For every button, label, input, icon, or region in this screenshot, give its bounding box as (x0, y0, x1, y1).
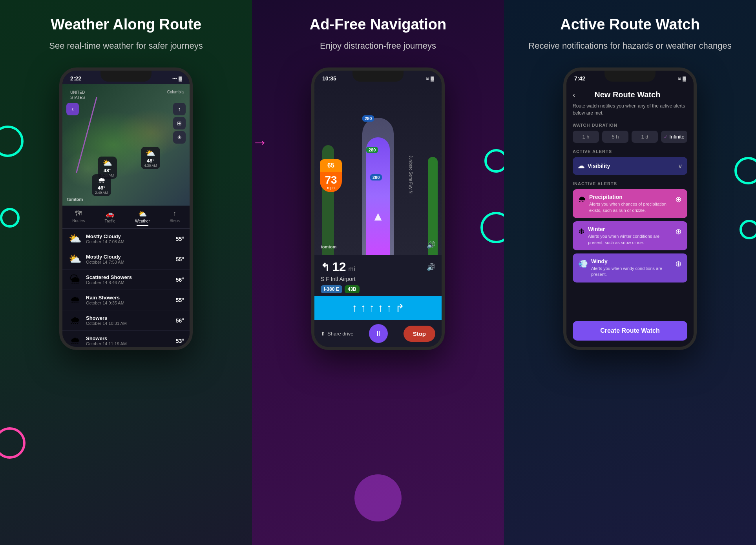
navigation-arrow: ▲ (372, 209, 384, 224)
weather-item-3[interactable]: 🌧 Rain Showers October 14 9:35 AM 55° (62, 290, 190, 310)
weather-item-info-1: Mostly Cloudy October 14 7:53 AM (86, 254, 172, 264)
weather-item-1[interactable]: ⛅ Mostly Cloudy October 14 7:53 AM 55° (62, 249, 190, 270)
deco-arrow-left: → (252, 133, 268, 151)
battery-icon-3: ▓ (683, 76, 686, 81)
inactive-alerts-label: INACTIVE ALERTS (573, 181, 687, 186)
map-city-label: Columbia (167, 90, 184, 94)
weather-item-info-3: Rain Showers October 14 9:35 AM (86, 295, 172, 305)
map-overlay (62, 84, 190, 206)
map-weather: ‹ UNITED STATES Columbia ↑ ⊞ ☀ ⛅ 48° 3:3… (62, 84, 190, 206)
deco-blob (354, 474, 402, 521)
deco-circle-2 (0, 208, 20, 228)
weather-item-4[interactable]: 🌧 Showers October 14 10:31 AM 56° (62, 310, 190, 331)
nav-distance-main: ↰ 12 mi (321, 260, 355, 274)
tab-traffic[interactable]: 🚗 Traffic (104, 210, 115, 226)
panel-left-subtitle: See real-time weather for safer journeys (49, 40, 203, 52)
wifi-icon-1: ▪▪▪ (172, 76, 177, 81)
deco-circle-7 (740, 220, 756, 239)
weather-item-info-0: Mostly Cloudy October 14 7:08 AM (86, 233, 172, 244)
active-alerts-label: ACTIVE ALERTS (573, 149, 687, 154)
phone-route-watch: 7:42 ↑ ≋ ▓ ‹ New Route Watch Route watch… (563, 67, 697, 350)
duration-infinite[interactable]: ✓ Infinite (661, 131, 687, 143)
tab-routes[interactable]: 🗺 Routes (72, 210, 85, 226)
nav-info-bar: ↰ 12 mi 🔊 S F Intl Airport I-380 E 43B (314, 255, 442, 296)
weather-icon-showers-1: 🌧 (68, 314, 82, 326)
inactive-alert-precipitation[interactable]: 🌧 Precipitation Alerts you when chances … (573, 189, 687, 218)
deco-circle-1 (0, 126, 24, 157)
nav-destination: S F Intl Airport (321, 276, 435, 282)
add-windy-button[interactable]: ⊕ (675, 259, 682, 268)
weather-item-info-2: Scattered Showers October 14 8:46 AM (86, 274, 172, 285)
panel-center-title: Ad-Free Navigation (310, 16, 446, 34)
weather-pin-2: ⛅ 48° 4:30 AM (141, 147, 160, 169)
nav-bottom-controls: ⬆ Share drive ⏸ Stop (314, 320, 442, 347)
status-time-2: 10:35 (322, 75, 336, 82)
sound-toggle[interactable]: 🔊 (427, 263, 435, 272)
route-watch-description: Route watch notifies you when any of the… (573, 102, 687, 117)
map-layers-btn[interactable]: ⊞ (173, 117, 186, 129)
weather-item-0[interactable]: ⛅ Mostly Cloudy October 14 7:08 AM 55° (62, 229, 190, 249)
route-watch-back-button[interactable]: ‹ (573, 90, 575, 99)
stop-navigation-button[interactable]: Stop (404, 326, 435, 342)
highway-shield-280-3: 280 (370, 174, 382, 180)
checkmark-icon: ✓ (664, 134, 668, 140)
create-route-watch-button[interactable]: Create Route Watch (573, 321, 687, 341)
weather-item-5[interactable]: 🌧 Showers October 14 11:19 AM 53° (62, 331, 190, 347)
panel-right-subtitle: Receive notifications for hazards or wea… (528, 40, 731, 52)
tab-weather[interactable]: ⛅ Weather (135, 210, 150, 226)
add-winter-button[interactable]: ⊕ (675, 227, 682, 236)
speed-limit: 65 (320, 159, 342, 172)
highway-badges: I-380 E 43B (321, 285, 435, 293)
phone-notch-1 (100, 71, 152, 82)
panel-navigation: Ad-Free Navigation Enjoy distraction-fre… (252, 0, 504, 545)
windy-icon: 💨 (578, 259, 588, 268)
share-icon: ⬆ (321, 331, 325, 337)
phone-navigation: 10:35 ↑ ≋ ▓ 280 280 (311, 67, 445, 350)
pause-icon: ⏸ (375, 330, 382, 338)
precipitation-icon: 🌧 (578, 195, 586, 204)
deco-circle-3 (0, 427, 26, 459)
weather-item-2[interactable]: 🌦 Scattered Showers October 14 8:46 AM 5… (62, 270, 190, 290)
weather-icon-mostly-cloudy-1: ⛅ (68, 233, 82, 245)
phone-notch-3 (604, 71, 656, 82)
wifi-icon-2: ≋ (425, 76, 429, 81)
winter-info: Winter Alerts you when winter conditions… (588, 226, 672, 246)
status-time-1: 2:22 (70, 75, 81, 82)
pause-navigation-button[interactable]: ⏸ (369, 324, 388, 343)
map-direction-btn[interactable]: ↑ (173, 103, 186, 115)
highway-shield-280-2: 280 (366, 147, 378, 153)
weather-icon-scattered: 🌦 (68, 273, 82, 286)
windy-info: Windy Alerts you when windy conditions a… (591, 258, 672, 278)
add-precipitation-button[interactable]: ⊕ (675, 195, 682, 204)
watch-duration-label: WATCH DURATION (573, 123, 687, 128)
weather-icon-showers-2: 🌧 (68, 335, 82, 347)
active-alert-visibility[interactable]: ☁ Visibility ∨ (573, 157, 687, 175)
phone-weather: 2:22 ↑ ▪▪▪ ▓ ‹ UNITED STATES Columbia ↑ … (59, 67, 193, 350)
weather-icon-rain-1: 🌧 (68, 294, 82, 306)
highway-badge-380: I-380 E (321, 285, 342, 293)
map-settings-btn[interactable]: ☀ (173, 131, 186, 144)
highway-badge-43b: 43B (345, 285, 360, 293)
duration-1d[interactable]: 1 d (632, 131, 658, 143)
nav-arrow-3: ↑ (369, 302, 375, 315)
route-watch-header: ‹ New Route Watch (566, 84, 694, 102)
duration-5h[interactable]: 5 h (602, 131, 628, 143)
panel-right-title: Active Route Watch (560, 16, 699, 34)
inactive-alert-winter[interactable]: ❄ Winter Alerts you when winter conditio… (573, 221, 687, 250)
route-watch-title: New Route Watch (580, 90, 675, 99)
weather-icon-mostly-cloudy-2: ⛅ (68, 253, 82, 265)
nav-arrow-2: ↑ (361, 302, 366, 315)
tab-steps[interactable]: ↑ Steps (170, 210, 180, 226)
map-back-button[interactable]: ‹ (66, 103, 79, 115)
speed-current: 73 mph (320, 172, 342, 192)
winter-icon: ❄ (578, 227, 585, 236)
route-watch-body: Route watch notifies you when any of the… (566, 102, 694, 317)
share-drive-button[interactable]: ⬆ Share drive (321, 331, 353, 337)
weather-nav-tabs: 🗺 Routes 🚗 Traffic ⛅ Weather ↑ Steps (62, 206, 190, 229)
turn-arrow-icon: ↰ (321, 261, 330, 274)
tomtom-logo-1: tomtom (67, 197, 83, 202)
phone-notch-2 (352, 71, 404, 82)
sound-icon[interactable]: 🔊 (427, 241, 435, 249)
duration-1h[interactable]: 1 h (573, 131, 599, 143)
inactive-alert-windy[interactable]: 💨 Windy Alerts you when windy conditions… (573, 253, 687, 283)
